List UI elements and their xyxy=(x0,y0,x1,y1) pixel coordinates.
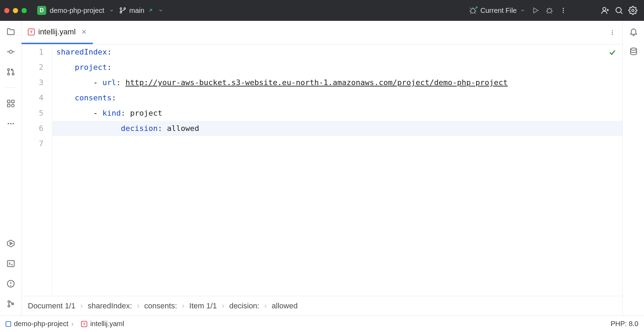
project-selector[interactable]: demo-php-project xyxy=(50,7,104,15)
inspection-ok-icon[interactable] xyxy=(609,49,616,56)
code-line[interactable]: decision: allowed xyxy=(52,121,622,136)
code-editor[interactable]: 1234567 sharedIndex: project: - url: htt… xyxy=(22,44,622,296)
chevron-right-icon: › xyxy=(71,320,74,328)
branch-icon[interactable] xyxy=(119,7,127,14)
svg-point-33 xyxy=(612,32,613,33)
settings-gear-icon[interactable] xyxy=(626,3,640,17)
line-number: 5 xyxy=(22,106,43,121)
status-path-file[interactable]: intellij.yaml xyxy=(90,320,124,328)
svg-point-10 xyxy=(603,7,606,10)
code-line[interactable]: project: xyxy=(52,60,622,75)
svg-point-15 xyxy=(7,73,9,75)
line-number: 2 xyxy=(22,60,43,75)
collab-icon[interactable] xyxy=(598,3,612,17)
chevron-down-icon xyxy=(520,8,525,13)
breadcrumb-item[interactable]: Document 1/1 xyxy=(28,301,75,310)
window-controls xyxy=(4,8,27,13)
svg-point-16 xyxy=(12,73,14,75)
minimize-window-icon[interactable] xyxy=(13,8,18,13)
svg-rect-19 xyxy=(7,104,10,107)
services-icon[interactable] xyxy=(4,237,17,250)
svg-marker-24 xyxy=(7,240,14,247)
svg-marker-4 xyxy=(476,6,478,9)
svg-point-20 xyxy=(11,104,14,107)
chevron-down-icon[interactable] xyxy=(109,8,114,13)
problems-icon[interactable] xyxy=(4,277,17,290)
chevron-right-icon: › xyxy=(264,301,267,310)
project-badge[interactable]: D xyxy=(37,6,46,15)
code-line[interactable]: - url: http://your-aws-bucket.s3-website… xyxy=(52,75,622,90)
bug-run-icon[interactable] xyxy=(467,3,481,17)
svg-point-21 xyxy=(8,123,9,124)
status-path-project[interactable]: demo-php-project xyxy=(14,320,69,328)
code-line[interactable] xyxy=(52,136,622,151)
svg-point-11 xyxy=(616,7,621,13)
run-icon[interactable] xyxy=(529,3,542,17)
line-number: 1 xyxy=(22,44,43,60)
code-content[interactable]: sharedIndex: project: - url: http://your… xyxy=(52,44,622,296)
editor-area: Y intellij.yaml ✕ 1234567 sharedIndex: p… xyxy=(22,21,622,315)
breadcrumb-item[interactable]: sharedIndex: xyxy=(88,301,132,310)
tab-options-icon[interactable] xyxy=(607,27,618,38)
svg-point-2 xyxy=(124,8,126,9)
tab-label: intellij.yaml xyxy=(38,27,76,36)
svg-point-22 xyxy=(10,123,11,124)
line-number: 6 xyxy=(22,121,43,136)
svg-point-29 xyxy=(8,301,9,302)
php-version[interactable]: PHP: 8.0 xyxy=(611,320,638,328)
svg-point-6 xyxy=(547,9,552,13)
editor-tab[interactable]: Y intellij.yaml ✕ xyxy=(22,21,93,44)
close-window-icon[interactable] xyxy=(4,8,9,13)
chevron-right-icon: › xyxy=(137,301,139,310)
yaml-file-icon: Y xyxy=(28,28,35,35)
svg-marker-25 xyxy=(10,242,12,245)
svg-rect-17 xyxy=(7,100,10,103)
database-icon[interactable] xyxy=(627,45,640,58)
svg-point-12 xyxy=(632,9,634,12)
maximize-window-icon[interactable] xyxy=(22,8,27,13)
svg-point-30 xyxy=(8,305,9,307)
svg-point-23 xyxy=(13,123,14,124)
svg-point-35 xyxy=(630,48,636,50)
chevron-right-icon: › xyxy=(222,301,224,310)
debug-icon[interactable] xyxy=(542,3,556,17)
svg-point-9 xyxy=(563,12,564,13)
svg-marker-5 xyxy=(534,8,538,13)
svg-rect-18 xyxy=(11,100,14,103)
svg-point-32 xyxy=(612,30,613,31)
line-number: 7 xyxy=(22,136,43,151)
svg-rect-26 xyxy=(7,260,14,266)
editor-tabs: Y intellij.yaml ✕ xyxy=(22,21,622,44)
terminal-icon[interactable] xyxy=(4,257,17,270)
pull-requests-icon[interactable] xyxy=(4,65,17,78)
code-line[interactable]: - kind: project xyxy=(52,106,622,121)
notifications-icon[interactable] xyxy=(627,25,640,38)
run-configuration-label: Current File xyxy=(481,7,517,15)
external-link-icon[interactable] xyxy=(148,8,153,13)
structure-icon[interactable] xyxy=(4,97,17,110)
vcs-branch[interactable]: main xyxy=(129,7,144,15)
code-line[interactable]: consents: xyxy=(52,90,622,106)
chevron-right-icon: › xyxy=(80,301,83,310)
vcs-log-icon[interactable] xyxy=(4,297,17,310)
more-actions-icon[interactable] xyxy=(556,3,570,17)
breadcrumb-item[interactable]: Item 1/1 xyxy=(189,301,217,310)
yaml-file-icon: Y xyxy=(81,321,87,327)
svg-point-34 xyxy=(612,34,613,35)
right-toolwindow-bar xyxy=(622,21,644,315)
svg-point-8 xyxy=(563,10,564,11)
status-bar: demo-php-project › Y intellij.yaml PHP: … xyxy=(0,315,644,332)
svg-point-3 xyxy=(470,9,475,13)
commit-icon[interactable] xyxy=(4,45,17,58)
more-tools-icon[interactable] xyxy=(4,117,17,130)
close-tab-icon[interactable]: ✕ xyxy=(81,28,87,36)
breadcrumb-item[interactable]: decision: xyxy=(229,301,259,310)
breadcrumb-item[interactable]: consents: xyxy=(144,301,177,310)
code-line[interactable]: sharedIndex: xyxy=(52,44,622,60)
svg-point-28 xyxy=(10,285,11,286)
breadcrumb-item[interactable]: allowed xyxy=(272,301,298,310)
run-configuration[interactable]: Current File xyxy=(481,7,525,15)
search-icon[interactable] xyxy=(612,3,626,17)
project-files-icon[interactable] xyxy=(4,25,17,38)
chevron-down-icon[interactable] xyxy=(158,8,163,13)
